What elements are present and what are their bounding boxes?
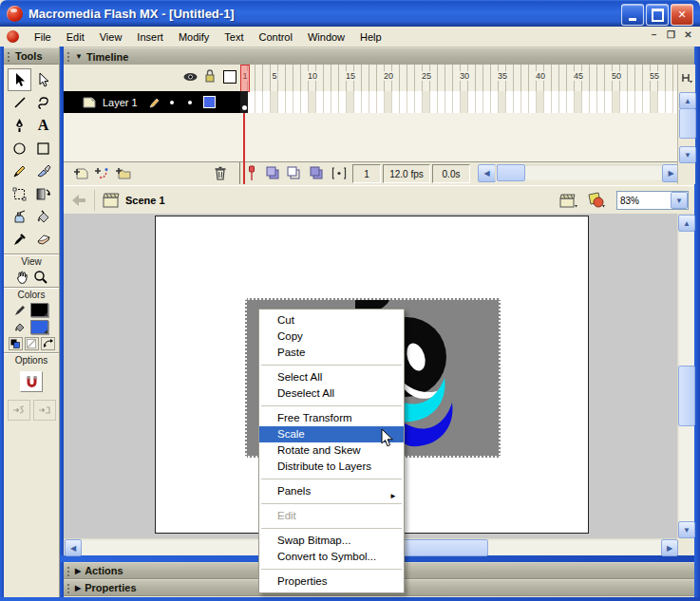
stage-vscroll-down-button[interactable]: ▼: [678, 521, 695, 538]
doc-minimize-button[interactable]: –: [648, 29, 660, 40]
context-menu-item-cut[interactable]: Cut: [259, 312, 404, 329]
free-transform-tool-button[interactable]: [8, 182, 31, 205]
pen-tool-button[interactable]: [8, 114, 31, 137]
playhead[interactable]: [240, 65, 250, 92]
zoom-tool-button[interactable]: [33, 270, 48, 285]
line-tool-button[interactable]: [8, 91, 31, 114]
show-hide-layers-icon[interactable]: [183, 72, 198, 82]
doc-restore-button[interactable]: ❐: [665, 29, 677, 40]
onion-skin-button[interactable]: [265, 166, 280, 180]
brush-tool-button[interactable]: [31, 160, 55, 182]
add-motion-guide-button[interactable]: [94, 166, 110, 179]
straighten-option-button[interactable]: [33, 400, 56, 421]
application-window: Macromedia Flash MX - [Untitled-1] ✕ Fil…: [0, 0, 700, 601]
text-tool-button[interactable]: A: [31, 114, 55, 137]
title-bar[interactable]: Macromedia Flash MX - [Untitled-1] ✕: [0, 0, 700, 27]
menu-edit[interactable]: Edit: [59, 28, 92, 46]
minimize-button[interactable]: [621, 4, 644, 26]
menu-insert[interactable]: Insert: [129, 28, 171, 46]
menu-file[interactable]: File: [27, 28, 59, 46]
context-menu-item-select-all[interactable]: Select All: [259, 369, 404, 385]
fill-color-swatch[interactable]: [30, 320, 48, 334]
context-menu-item-deselect-all[interactable]: Deselect All: [259, 385, 404, 402]
context-menu-item-rotate-and-skew[interactable]: Rotate and Skew: [259, 442, 404, 459]
elapsed-time-field[interactable]: 0.0s: [432, 164, 470, 183]
stage-hscroll-left-button[interactable]: ◀: [65, 539, 82, 556]
close-button[interactable]: ✕: [671, 4, 693, 26]
context-menu-item-edit[interactable]: Edit: [259, 508, 404, 524]
swap-colors-button[interactable]: [41, 337, 55, 350]
back-arrow-icon[interactable]: [71, 194, 86, 207]
no-color-button[interactable]: [25, 337, 39, 350]
keyframe-cell[interactable]: [240, 91, 248, 113]
context-menu-item-scale[interactable]: Scale: [259, 426, 404, 442]
timeline-scroll-left-button[interactable]: ◀: [478, 164, 496, 182]
menu-view[interactable]: View: [92, 28, 130, 46]
doc-close-button[interactable]: ✕: [682, 29, 694, 40]
ink-bottle-tool-button[interactable]: [8, 205, 31, 228]
lasso-tool-button[interactable]: [31, 91, 55, 114]
layer-lock-dot[interactable]: [188, 101, 192, 104]
menu-window[interactable]: Window: [300, 28, 352, 46]
zoom-dropdown-button[interactable]: ▼: [671, 192, 688, 209]
frame-rate-field[interactable]: 12.0 fps: [383, 164, 430, 183]
center-frame-button[interactable]: [246, 165, 257, 181]
stroke-color-swatch[interactable]: [30, 303, 48, 317]
edit-scene-button[interactable]: [559, 193, 578, 209]
stage-vscroll-up-button[interactable]: ▲: [678, 215, 695, 232]
subselection-tool-button[interactable]: [31, 68, 55, 91]
timeline-vscroll-thumb[interactable]: [679, 108, 696, 139]
context-menu-item-panels[interactable]: Panels ►: [259, 483, 404, 499]
menu-help[interactable]: Help: [352, 28, 389, 46]
layer-row[interactable]: Layer 1: [64, 91, 241, 113]
oval-tool-button[interactable]: [8, 137, 31, 160]
zoom-combo-box[interactable]: 83% ▼: [616, 191, 689, 210]
timeline-ruler[interactable]: 1 5 10 15 20 25 30 35 40 45 50 55: [240, 65, 677, 92]
maximize-button[interactable]: [646, 4, 669, 26]
lock-layers-icon[interactable]: [204, 69, 216, 84]
paint-bucket-tool-button[interactable]: [31, 205, 55, 228]
rectangle-tool-button[interactable]: [31, 137, 55, 160]
frame-view-options-button[interactable]: [681, 72, 692, 84]
stage-hscroll-right-button[interactable]: ▶: [661, 539, 678, 556]
context-menu-item-swap-bitmap[interactable]: Swap Bitmap...: [259, 533, 404, 549]
stage-vscroll-thumb[interactable]: [678, 366, 695, 426]
eraser-tool-button[interactable]: [31, 228, 55, 251]
edit-symbols-button[interactable]: [586, 192, 607, 209]
pencil-tool-button[interactable]: [8, 160, 31, 182]
timeline-hscroll-thumb[interactable]: [497, 164, 525, 181]
default-colors-button[interactable]: [9, 337, 23, 350]
context-menu-item-distribute-to-layers[interactable]: Distribute to Layers: [259, 459, 404, 475]
scene-name[interactable]: Scene 1: [125, 195, 165, 206]
context-menu-item-copy[interactable]: Copy: [259, 329, 404, 345]
timeline-vscroll-down-button[interactable]: ▼: [679, 146, 696, 163]
fill-transform-tool-button[interactable]: [31, 182, 55, 205]
menu-modify[interactable]: Modify: [171, 28, 217, 46]
layer-name[interactable]: Layer 1: [103, 97, 138, 108]
context-menu-item-free-transform[interactable]: Free Transform: [259, 410, 404, 426]
modify-onion-markers-button[interactable]: [331, 166, 347, 180]
tools-panel-header[interactable]: Tools: [4, 47, 59, 65]
current-frame-field[interactable]: 1: [352, 164, 381, 183]
context-menu-item-properties[interactable]: Properties: [259, 573, 404, 590]
hand-tool-button[interactable]: [15, 270, 29, 285]
insert-layer-button[interactable]: [73, 166, 89, 179]
delete-layer-trash-button[interactable]: [214, 165, 227, 180]
timeline-vscroll-up-button[interactable]: ▲: [679, 92, 696, 109]
onion-skin-outlines-button[interactable]: [286, 166, 301, 180]
layer-visible-dot[interactable]: [170, 101, 174, 104]
menu-text[interactable]: Text: [217, 28, 251, 46]
menu-control[interactable]: Control: [251, 28, 299, 46]
arrow-tool-button[interactable]: [8, 68, 31, 91]
snap-to-objects-button[interactable]: [20, 371, 43, 392]
timeline-panel-header[interactable]: ▼ Timeline: [64, 47, 694, 66]
layer-outline-color-swatch[interactable]: [203, 96, 216, 108]
eyedropper-tool-button[interactable]: [8, 228, 31, 251]
smooth-option-button[interactable]: [8, 400, 30, 421]
frames-row[interactable]: [240, 91, 677, 114]
context-menu-item-paste[interactable]: Paste: [259, 345, 404, 361]
outline-layers-icon[interactable]: [223, 70, 236, 84]
insert-layer-folder-button[interactable]: [115, 166, 132, 179]
context-menu-item-convert-to-symbol[interactable]: Convert to Symbol...: [259, 549, 404, 565]
edit-multiple-frames-button[interactable]: [309, 166, 324, 180]
